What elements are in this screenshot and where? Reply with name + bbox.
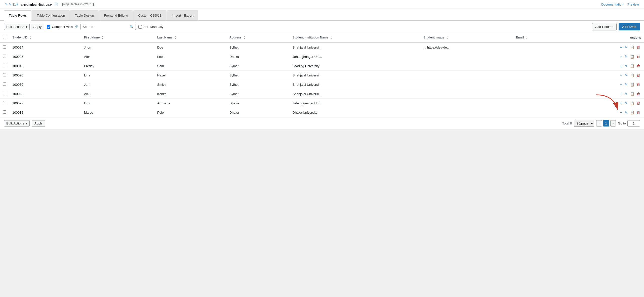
copy-row-button[interactable]: 📋 <box>629 82 635 87</box>
cell-actions: + ✎ 📋 🗑 <box>565 89 644 99</box>
cell-institution: Jahangirnagar Uni... <box>290 99 421 108</box>
row-checkbox-cell <box>0 61 9 71</box>
cell-student-id: 100024 <box>9 43 81 52</box>
goto-wrap: Go to <box>618 120 640 126</box>
row-checkbox[interactable] <box>3 101 6 104</box>
header-institution[interactable]: Student Institution Name ▲▼ <box>290 33 421 43</box>
row-checkbox[interactable] <box>3 73 6 76</box>
add-row-button[interactable]: + <box>619 63 623 68</box>
header-first-name[interactable]: First Name ▲▼ <box>81 33 154 43</box>
row-checkbox[interactable] <box>3 110 6 114</box>
row-checkbox[interactable] <box>3 64 6 67</box>
toolbar-right: Add Column Add Data <box>592 23 640 30</box>
add-row-button[interactable]: + <box>619 101 623 106</box>
goto-input[interactable] <box>627 120 640 126</box>
cell-address: Sylhet <box>226 43 290 52</box>
delete-row-button[interactable]: 🗑 <box>636 73 641 78</box>
compact-view-wrap: Compact View 🔗 <box>47 25 78 29</box>
table-row: 100028 AKA Kenzo Sylhet Shahjalal Univer… <box>0 89 644 99</box>
add-row-button[interactable]: + <box>619 82 623 87</box>
compact-view-checkbox[interactable] <box>47 25 50 29</box>
header-last-name[interactable]: Last Name ▲▼ <box>154 33 226 43</box>
copy-row-button[interactable]: 📋 <box>629 110 635 115</box>
per-page-select[interactable]: 20/page <box>574 120 594 127</box>
edit-row-button[interactable]: ✎ <box>624 63 628 68</box>
edit-icon: ✎ <box>5 3 8 6</box>
add-row-button[interactable]: + <box>619 54 623 59</box>
edit-row-button[interactable]: ✎ <box>624 54 628 59</box>
search-wrap: 🔍 <box>80 24 136 30</box>
sort-manually-checkbox[interactable] <box>138 25 142 29</box>
header-email[interactable]: Email ▲▼ <box>513 33 565 43</box>
tabs-bar: Table Rows Table Configuration Table Des… <box>0 9 644 21</box>
delete-row-button[interactable]: 🗑 <box>636 91 641 96</box>
cell-email <box>513 61 565 71</box>
cell-address: Sylhet <box>226 71 290 80</box>
add-row-button[interactable]: + <box>619 45 623 50</box>
cell-address: Dhaka <box>226 108 290 117</box>
prev-page-button[interactable]: ‹ <box>596 120 602 126</box>
row-checkbox-cell <box>0 43 9 52</box>
delete-row-button[interactable]: 🗑 <box>636 54 641 59</box>
row-checkbox[interactable] <box>3 55 6 58</box>
sort-manually-label[interactable]: Sort Manually <box>143 25 163 29</box>
search-input[interactable] <box>83 25 128 29</box>
compact-view-label[interactable]: Compact View <box>52 25 73 29</box>
bulk-actions-select[interactable]: Bulk Actions ▾ <box>4 24 30 30</box>
apply-button[interactable]: Apply <box>31 24 45 30</box>
cell-student-id: 100028 <box>9 89 81 99</box>
tab-frontend-editing[interactable]: Frontend Editing <box>99 10 133 20</box>
edit-row-button[interactable]: ✎ <box>624 82 628 87</box>
row-checkbox-cell <box>0 99 9 108</box>
copy-row-button[interactable]: 📋 <box>629 91 635 96</box>
copy-row-button[interactable]: 📋 <box>629 73 635 78</box>
copy-row-button[interactable]: 📋 <box>629 101 635 106</box>
delete-row-button[interactable]: 🗑 <box>636 101 641 106</box>
tab-table-design[interactable]: Table Design <box>70 10 99 20</box>
next-page-button[interactable]: › <box>610 120 616 126</box>
tab-table-rows[interactable]: Table Rows <box>4 10 31 21</box>
row-checkbox-cell <box>0 52 9 61</box>
cell-first-name: Lina <box>81 71 154 80</box>
row-checkbox[interactable] <box>3 45 6 49</box>
add-column-button[interactable]: Add Column <box>592 23 617 30</box>
add-row-button[interactable]: + <box>619 91 623 96</box>
documentation-link[interactable]: Documentation <box>601 3 623 6</box>
header-image[interactable]: Student Image ▲▼ <box>420 33 513 43</box>
preview-link[interactable]: Preview <box>627 3 639 6</box>
select-all-checkbox[interactable] <box>3 36 6 39</box>
delete-row-button[interactable]: 🗑 <box>636 82 641 87</box>
footer-bulk-actions-select[interactable]: Bulk Actions ▾ <box>4 120 30 126</box>
page-1-button[interactable]: 1 <box>603 120 609 126</box>
add-row-button[interactable]: + <box>619 110 623 115</box>
edit-row-button[interactable]: ✎ <box>624 73 628 78</box>
cell-student-id: 100030 <box>9 80 81 89</box>
copy-row-button[interactable]: 📋 <box>629 54 635 59</box>
row-checkbox[interactable] <box>3 82 6 86</box>
sort-arrows-image: ▲▼ <box>446 36 448 40</box>
tab-import-export[interactable]: Import - Export <box>167 10 198 20</box>
sort-arrows-first-name: ▲▼ <box>101 36 103 40</box>
header-address[interactable]: Address ▲▼ <box>226 33 290 43</box>
tab-custom-css-js[interactable]: Custom CSS/JS <box>133 10 167 20</box>
add-row-button[interactable]: + <box>619 73 623 78</box>
edit-row-button[interactable]: ✎ <box>624 91 628 96</box>
row-checkbox[interactable] <box>3 92 6 95</box>
tab-table-configuration[interactable]: Table Configuration <box>32 10 70 20</box>
edit-link[interactable]: ✎ ✎ Edit <box>5 3 18 6</box>
delete-row-button[interactable]: 🗑 <box>636 110 641 115</box>
edit-row-button[interactable]: ✎ <box>624 110 628 115</box>
delete-row-button[interactable]: 🗑 <box>636 45 641 50</box>
edit-row-button[interactable]: ✎ <box>624 45 628 50</box>
copy-row-button[interactable]: 📋 <box>629 63 635 68</box>
delete-row-button[interactable]: 🗑 <box>636 63 641 68</box>
add-data-button[interactable]: Add Data <box>619 23 640 30</box>
cell-image <box>420 80 513 89</box>
cell-last-name: Polo <box>154 108 226 117</box>
sort-manually-wrap: Sort Manually <box>138 25 163 29</box>
header-student-id[interactable]: Student ID ▲▼ <box>9 33 81 43</box>
edit-row-button[interactable]: ✎ <box>624 101 628 106</box>
cell-email <box>513 52 565 61</box>
footer-apply-button[interactable]: Apply <box>32 120 46 126</box>
copy-row-button[interactable]: 📋 <box>629 45 635 50</box>
